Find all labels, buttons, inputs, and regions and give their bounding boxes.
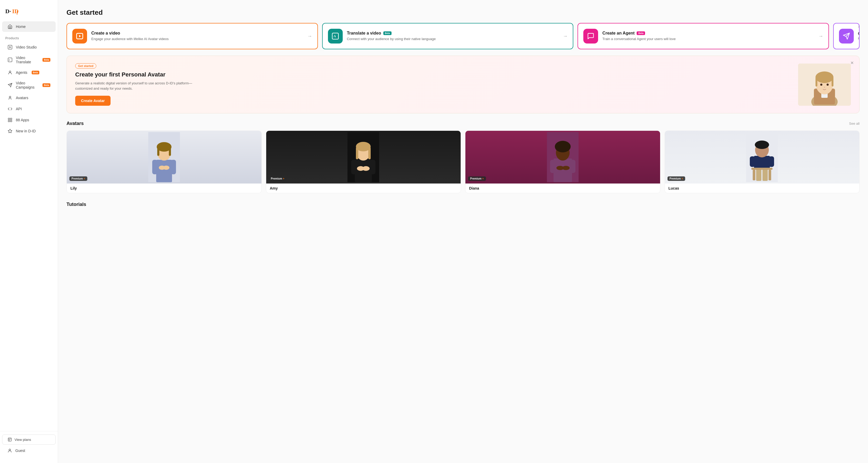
tutorials-section-title: Tutorials bbox=[66, 202, 86, 207]
campaigns-beta-badge: Beta bbox=[42, 83, 51, 87]
main-content: Get started Create a video Engage your a… bbox=[58, 0, 868, 463]
svg-rect-50 bbox=[370, 160, 375, 174]
svg-rect-38 bbox=[156, 160, 172, 182]
video-icon bbox=[7, 44, 13, 50]
translate-video-icon: A bbox=[328, 29, 343, 43]
sidebar-item-home-label: Home bbox=[16, 25, 26, 29]
svg-rect-71 bbox=[751, 168, 773, 170]
products-section-label: Products bbox=[0, 32, 58, 42]
svg-point-35 bbox=[827, 84, 829, 86]
avatar-card-amy[interactable]: Premium + Amy bbox=[266, 131, 461, 193]
sidebar-item-video-studio[interactable]: Video Studio bbox=[2, 42, 56, 53]
create-campaigns-title: Cre... bbox=[858, 31, 860, 36]
product-card-create-agent[interactable]: Create an Agent Beta Train a conversatio… bbox=[578, 23, 829, 49]
lucas-name: Lucas bbox=[665, 184, 860, 193]
avatar-lucas-image: Premium + bbox=[665, 131, 860, 184]
sidebar-item-avatars[interactable]: Avatars bbox=[2, 93, 56, 103]
sidebar-item-apps[interactable]: 88 Apps bbox=[2, 115, 56, 125]
api-icon bbox=[7, 106, 13, 111]
agent-beta-badge: Beta bbox=[637, 31, 645, 35]
translate-beta-badge: Beta bbox=[383, 31, 392, 35]
product-card-create-video[interactable]: Create a video Engage your audience with… bbox=[66, 23, 318, 49]
cards-scroll-right[interactable]: › bbox=[858, 24, 860, 29]
translate-icon: A bbox=[7, 57, 13, 63]
promo-banner: Get started Create your first Personal A… bbox=[66, 56, 860, 113]
sidebar-item-video-translate[interactable]: A Video Translate Beta bbox=[2, 53, 56, 67]
promo-content: Get started Create your first Personal A… bbox=[75, 63, 207, 106]
lily-premium-badge: Premium + bbox=[69, 176, 87, 181]
sidebar-item-agents[interactable]: Agents Beta bbox=[2, 67, 56, 78]
lily-figure bbox=[148, 132, 180, 182]
avatar-icon bbox=[7, 95, 13, 100]
home-icon bbox=[7, 24, 13, 29]
svg-rect-11 bbox=[8, 118, 9, 120]
sidebar-item-new-in-did[interactable]: New in D-ID bbox=[2, 126, 56, 136]
promo-avatar-image bbox=[798, 64, 851, 106]
sidebar-item-video-campaigns[interactable]: Video Campaigns Beta bbox=[2, 78, 56, 92]
sidebar-item-api[interactable]: API bbox=[2, 104, 56, 114]
create-agent-title: Create an Agent Beta bbox=[602, 31, 814, 36]
agents-icon bbox=[7, 70, 13, 75]
svg-rect-54 bbox=[368, 147, 371, 159]
sidebar-item-agents-label: Agents bbox=[16, 70, 27, 75]
avatar-card-lucas[interactable]: Premium + Lucas bbox=[664, 131, 860, 193]
svg-marker-20 bbox=[79, 35, 81, 37]
guest-label: Guest bbox=[15, 449, 25, 453]
svg-rect-14 bbox=[10, 121, 12, 122]
promo-title: Create your first Personal Avatar bbox=[75, 71, 207, 78]
avatars-see-all-link[interactable]: See all bbox=[849, 122, 860, 126]
sidebar-item-video-campaigns-label: Video Campaigns bbox=[16, 81, 38, 89]
avatar-grid: Premium + Lily bbox=[66, 131, 860, 193]
create-campaigns-text: Cre... P... scale... bbox=[858, 31, 860, 41]
avatar-card-lily[interactable]: Premium + Lily bbox=[66, 131, 262, 193]
sidebar-item-guest[interactable]: Guest bbox=[2, 445, 56, 456]
svg-rect-15 bbox=[8, 438, 11, 441]
svg-rect-60 bbox=[570, 160, 576, 173]
avatar-lily-image: Premium + bbox=[67, 131, 261, 184]
apps-icon bbox=[7, 117, 13, 123]
svg-rect-43 bbox=[157, 148, 159, 156]
svg-marker-4 bbox=[10, 46, 11, 48]
sidebar-item-video-studio-label: Video Studio bbox=[16, 45, 37, 49]
svg-rect-58 bbox=[554, 159, 572, 182]
view-plans-button[interactable]: View plans bbox=[2, 434, 56, 444]
product-card-create-campaigns[interactable]: Cre... P... scale... bbox=[833, 23, 860, 49]
translate-video-arrow: → bbox=[563, 33, 567, 39]
svg-text:A: A bbox=[9, 59, 10, 61]
svg-point-10 bbox=[9, 96, 11, 98]
create-agent-arrow: → bbox=[818, 33, 823, 39]
amy-premium-badge: Premium + bbox=[269, 176, 287, 181]
create-agent-text: Create an Agent Beta Train a conversatio… bbox=[602, 31, 814, 41]
svg-rect-33 bbox=[832, 77, 833, 87]
avatar-diana-image: Premium + bbox=[465, 131, 660, 184]
svg-rect-32 bbox=[815, 77, 817, 87]
avatar-card-diana[interactable]: Premium + Diana bbox=[465, 131, 660, 193]
svg-rect-59 bbox=[550, 160, 555, 173]
svg-point-34 bbox=[820, 84, 823, 86]
logo: D· ID } bbox=[0, 4, 58, 21]
product-card-translate-video[interactable]: A Translate a video Beta Connect with yo… bbox=[322, 23, 574, 49]
sidebar-item-avatars-label: Avatars bbox=[16, 96, 28, 100]
svg-rect-3 bbox=[8, 45, 12, 49]
sidebar: D· ID } Home Products Video Studio A bbox=[0, 0, 58, 463]
create-video-arrow: → bbox=[307, 33, 312, 39]
create-agent-desc: Train a conversational Agent your users … bbox=[602, 37, 814, 41]
svg-rect-72 bbox=[753, 170, 755, 180]
svg-point-75 bbox=[755, 140, 769, 149]
guest-icon bbox=[7, 448, 12, 453]
amy-name: Amy bbox=[266, 184, 461, 193]
promo-close-button[interactable]: ✕ bbox=[849, 60, 855, 66]
promo-desc: Generate a realistic digital version of … bbox=[75, 81, 207, 91]
lucas-figure bbox=[746, 132, 778, 182]
sidebar-item-home[interactable]: Home bbox=[2, 21, 56, 32]
create-campaigns-desc: P... scale... bbox=[858, 37, 860, 41]
logo-icon: D· ID } bbox=[5, 6, 19, 16]
svg-rect-69 bbox=[750, 156, 755, 167]
create-agent-icon bbox=[583, 29, 598, 43]
view-plans-icon bbox=[8, 437, 12, 442]
create-video-desc: Engage your audience with lifelike AI Av… bbox=[91, 37, 303, 41]
avatar-amy-image: Premium + bbox=[266, 131, 461, 184]
lucas-premium-badge: Premium + bbox=[668, 176, 685, 181]
tutorials-section-header: Tutorials bbox=[66, 202, 860, 207]
create-avatar-button[interactable]: Create Avatar bbox=[75, 96, 111, 106]
